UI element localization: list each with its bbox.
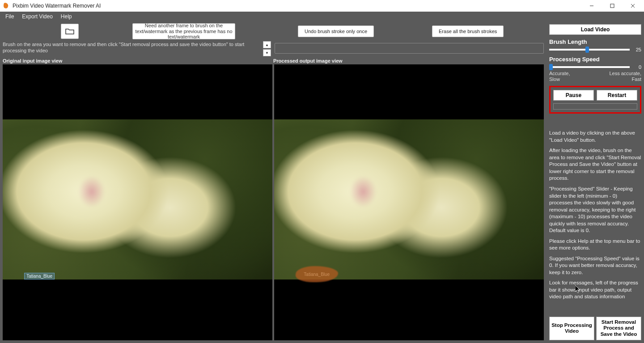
- processing-speed-slider[interactable]: [549, 66, 630, 68]
- folder-icon: [65, 28, 74, 35]
- watermark-text: Tatiana_Blue: [24, 273, 55, 279]
- input-frame-image: [3, 119, 272, 279]
- menu-file[interactable]: File: [2, 13, 17, 21]
- instruction-text: Brush on the area you want to remove and…: [3, 41, 262, 56]
- load-video-button[interactable]: Load Video: [549, 24, 641, 35]
- speed-right-label: Less accurate,Fast: [609, 71, 641, 82]
- restart-button[interactable]: Restart: [597, 90, 637, 101]
- app-icon: [3, 2, 10, 9]
- window-titlebar: Pixbim Video Watermark Remover AI: [0, 0, 644, 12]
- processing-speed-value: 0: [632, 64, 641, 70]
- menubar: File Export Video Help: [0, 12, 644, 21]
- open-folder-button[interactable]: [61, 24, 79, 39]
- input-view-label: Original input image view: [3, 58, 273, 64]
- close-button[interactable]: [623, 0, 643, 12]
- processing-speed-label: Processing Speed: [549, 56, 641, 63]
- erase-all-brush-button[interactable]: Erase all the brush strokes: [432, 25, 504, 37]
- highlighted-controls: Pause Restart: [549, 86, 641, 114]
- input-view-pane[interactable]: Tatiana_Blue: [3, 64, 272, 340]
- brush-length-thumb[interactable]: [585, 47, 589, 53]
- menu-help[interactable]: Help: [57, 13, 76, 21]
- brush-length-slider[interactable]: [549, 49, 630, 51]
- menu-export-video[interactable]: Export Video: [18, 13, 56, 21]
- stop-processing-button[interactable]: Stop Processing Video: [549, 317, 594, 340]
- progress-bar: [275, 43, 544, 54]
- need-another-frame-button[interactable]: Need another frame to brush on the text/…: [132, 23, 235, 39]
- maximize-button[interactable]: [602, 0, 623, 12]
- undo-brush-button[interactable]: Undo brush stroke only once: [298, 25, 374, 37]
- speed-left-label: Accurate,Slow: [549, 71, 570, 82]
- processing-progress-bar: [553, 103, 637, 110]
- app-title: Pixbim Video Watermark Remover AI: [13, 3, 101, 9]
- minimize-button[interactable]: [581, 0, 602, 12]
- spinner-down-button[interactable]: ▼: [263, 49, 271, 56]
- brush-length-value: 25: [632, 47, 641, 52]
- brushed-watermark-text: Tatiana_Blue: [304, 272, 330, 277]
- pause-button[interactable]: Pause: [553, 90, 594, 101]
- processing-speed-thumb[interactable]: [549, 64, 553, 70]
- info-text: Load a video by clicking on the above "L…: [549, 130, 641, 304]
- svg-rect-1: [610, 4, 614, 8]
- right-panel: Load Video Brush Length 25 Processing Sp…: [547, 21, 644, 343]
- start-removal-button[interactable]: Start Removal Process and Save the Video: [596, 317, 641, 340]
- output-view-label: Processed output image view: [273, 58, 544, 64]
- output-frame-image: [274, 119, 544, 279]
- brush-length-label: Brush Length: [549, 38, 641, 45]
- output-view-pane[interactable]: Tatiana_Blue: [274, 64, 544, 340]
- spinner-up-button[interactable]: ▲: [263, 41, 271, 48]
